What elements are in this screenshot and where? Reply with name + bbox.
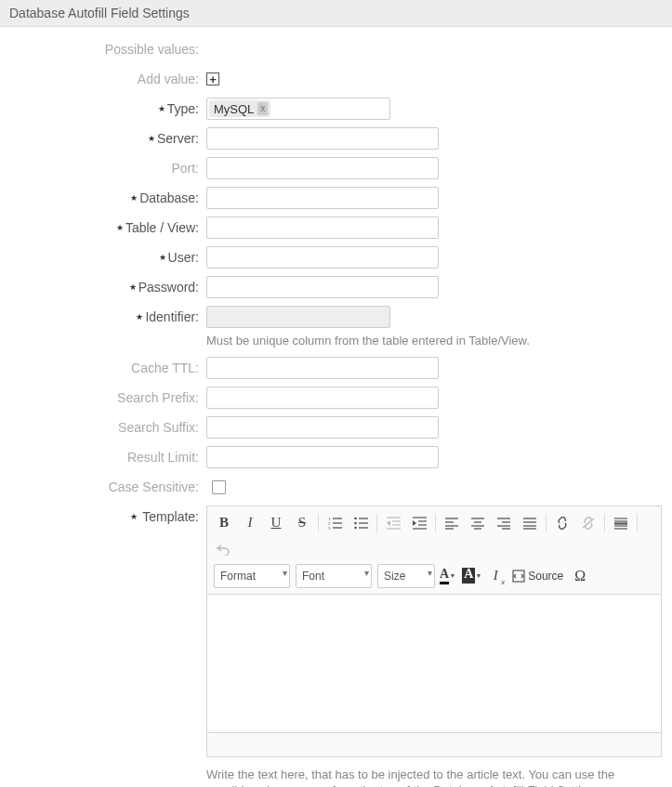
svg-point-11 — [354, 526, 357, 529]
page-title: Database Autofill Field Settings — [9, 6, 190, 20]
horizontal-rule-icon[interactable] — [608, 510, 634, 536]
template-hint: Write the text here, that has to be inje… — [206, 767, 652, 787]
outdent-icon[interactable] — [380, 510, 406, 536]
undo-icon[interactable] — [211, 536, 237, 562]
toolbar-separator — [376, 514, 377, 532]
identifier-input[interactable] — [206, 306, 390, 328]
ordered-list-icon[interactable]: 123 — [322, 510, 348, 536]
template-editor: B I U S 123 — [206, 505, 662, 757]
bg-color-button[interactable]: A▾ — [460, 563, 482, 589]
identifier-hint: Must be unique column from the table ent… — [206, 333, 530, 349]
label-type: ★Type: — [0, 98, 206, 116]
search-prefix-input[interactable] — [206, 387, 439, 409]
label-port: Port: — [0, 157, 206, 176]
add-value-plus-icon[interactable]: + — [206, 72, 219, 85]
toolbar-separator — [318, 514, 319, 532]
label-user: ★User: — [0, 246, 206, 265]
indent-icon[interactable] — [406, 510, 432, 536]
form-body: Possible values: Add value: + ★Type: MyS… — [0, 27, 672, 787]
source-button[interactable]: Source — [508, 563, 567, 589]
template-textarea[interactable] — [207, 595, 661, 732]
label-identifier: ★Identifier: — [0, 306, 206, 324]
page-header: Database Autofill Field Settings — [0, 0, 672, 27]
underline-button[interactable]: U — [263, 510, 289, 536]
svg-point-10 — [354, 521, 357, 524]
label-template: ★ Template: — [0, 505, 206, 524]
server-input[interactable] — [206, 127, 439, 150]
clear-format-icon[interactable]: Ix — [482, 563, 508, 589]
font-select[interactable]: Font — [293, 562, 375, 590]
result-limit-input[interactable] — [206, 446, 439, 468]
format-select[interactable]: Format — [211, 562, 293, 590]
search-suffix-input[interactable] — [206, 416, 439, 439]
toolbar-separator — [435, 514, 436, 532]
port-input[interactable] — [206, 157, 439, 179]
table-view-input[interactable] — [206, 216, 439, 239]
type-chip: MySQL x — [209, 100, 270, 117]
svg-point-9 — [354, 517, 357, 519]
align-center-icon[interactable] — [465, 510, 491, 536]
type-chip-label: MySQL — [214, 102, 254, 116]
text-color-button[interactable]: A▾ — [438, 563, 456, 589]
type-input[interactable]: MySQL x — [206, 98, 390, 120]
italic-button[interactable]: I — [237, 510, 263, 536]
label-add-value: Add value: — [0, 68, 206, 86]
special-char-icon[interactable]: Ω — [567, 563, 593, 589]
toolbar-separator — [604, 514, 605, 532]
label-database: ★Database: — [0, 187, 206, 205]
editor-footer — [207, 732, 661, 756]
align-left-icon[interactable] — [439, 510, 465, 536]
label-case-sensitive: Case Sensitive: — [0, 476, 206, 494]
label-table-view: ★Table / View: — [0, 216, 206, 235]
label-result-limit: Result Limit: — [0, 446, 206, 465]
link-icon[interactable] — [549, 510, 575, 536]
label-possible-values: Possible values: — [0, 38, 206, 57]
label-cache-ttl: Cache TTL: — [0, 357, 206, 375]
svg-text:3: 3 — [328, 526, 331, 530]
label-password: ★Password: — [0, 276, 206, 295]
size-select[interactable]: Size — [375, 562, 438, 590]
strike-button[interactable]: S — [289, 510, 315, 536]
unordered-list-icon[interactable] — [348, 510, 374, 536]
cache-ttl-input[interactable] — [206, 357, 439, 379]
case-sensitive-checkbox[interactable] — [212, 480, 226, 494]
database-input[interactable] — [206, 187, 439, 209]
type-chip-remove-icon[interactable]: x — [257, 102, 268, 115]
password-input[interactable] — [206, 276, 439, 298]
align-justify-icon[interactable] — [517, 510, 543, 536]
align-right-icon[interactable] — [491, 510, 517, 536]
label-search-suffix: Search Suffix: — [0, 416, 206, 435]
editor-toolbar: B I U S 123 — [207, 506, 661, 595]
toolbar-separator — [546, 514, 547, 532]
toolbar-separator — [637, 514, 638, 532]
bold-button[interactable]: B — [211, 510, 237, 536]
label-search-prefix: Search Prefix: — [0, 387, 206, 405]
label-server: ★Server: — [0, 127, 206, 146]
user-input[interactable] — [206, 246, 439, 269]
unlink-icon[interactable] — [575, 510, 601, 536]
